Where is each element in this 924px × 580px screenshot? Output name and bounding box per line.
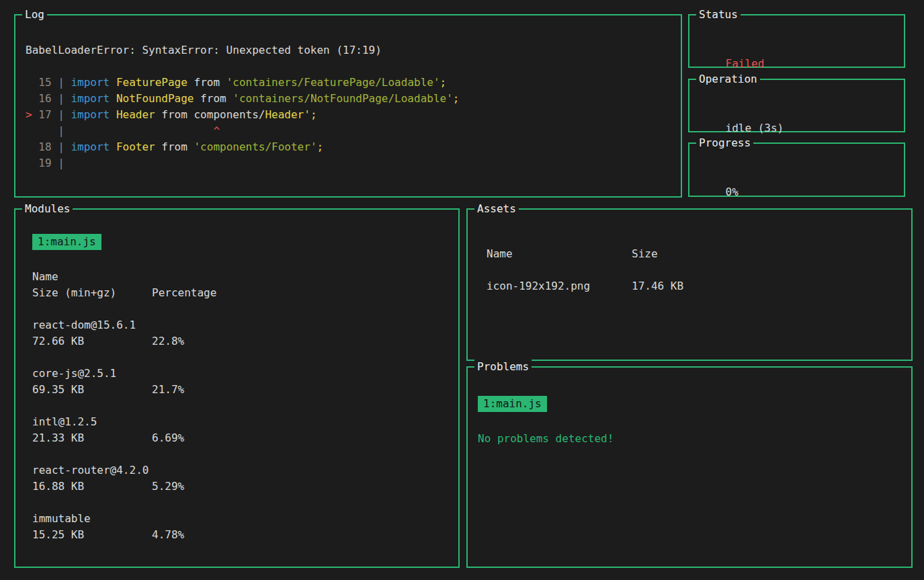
module-percentage: 4.78%	[152, 527, 442, 543]
code-token	[110, 108, 116, 121]
code-token: 'containers/FeaturePage/Loadable'	[226, 76, 440, 89]
code-token: from	[194, 92, 233, 105]
code-token: from	[155, 140, 194, 153]
line-number: 16	[32, 92, 52, 105]
modules-badge-line: 1:main.js	[32, 234, 442, 250]
code-line: 16 | import NotFoundPage from 'container…	[26, 91, 671, 107]
status-panel-title: Status	[696, 7, 741, 23]
status-value: Failed	[726, 57, 765, 70]
assets-header-name: Name	[487, 246, 632, 262]
modules-panel: Modules 1:main.js Name Size (min+gz) Per…	[14, 208, 460, 568]
module-row: immutable15.25 KB4.78%	[32, 511, 442, 543]
code-line: 19 |	[26, 155, 671, 171]
code-token: import	[71, 108, 110, 121]
code-token: FeaturePage	[116, 76, 187, 89]
problems-badge-line: 1:main.js	[478, 396, 901, 412]
code-token: ^	[213, 124, 220, 137]
modules-table-header: Name Size (min+gz) Percentage	[32, 269, 442, 301]
gutter-marker	[26, 157, 32, 169]
code-token	[110, 76, 116, 89]
problems-panel: Problems 1:main.js No problems detected!	[466, 366, 913, 568]
code-token: NotFoundPage	[116, 92, 194, 105]
progress-panel: Progress 0%	[688, 142, 905, 197]
gutter-pipe: |	[52, 92, 71, 105]
modules-table-body: react-dom@15.6.172.66 KB22.8%core-js@2.5…	[32, 317, 442, 543]
modules-header-size: Size (min+gz)	[32, 285, 152, 301]
code-token: ';	[304, 108, 317, 121]
modules-header-percentage: Percentage	[152, 285, 442, 301]
code-token: 'containers/NotFoundPage/Loadable'	[233, 92, 453, 105]
module-percentage: 21.7%	[152, 382, 442, 398]
module-size-line: 16.88 KB5.29%	[32, 479, 442, 495]
code-spacer	[71, 124, 213, 137]
code-token: 'components/Footer'	[194, 140, 317, 153]
code-token: import	[71, 140, 110, 153]
status-panel: Status Failed	[688, 14, 905, 68]
operation-panel: Operation idle (3s)	[688, 79, 905, 132]
assets-panel: Assets Name Size icon-192x192.png17.46 K…	[466, 208, 913, 361]
code-token: Header	[116, 108, 155, 121]
gutter-pipe: |	[52, 108, 71, 121]
assets-table-body: icon-192x192.png17.46 KB	[487, 278, 892, 294]
log-content: BabelLoaderError: SyntaxError: Unexpecte…	[15, 15, 681, 171]
code-line: 18 | import Footer from 'components/Foot…	[26, 139, 671, 155]
code-token: ;	[453, 92, 460, 105]
code-line: 15 | import FeaturePage from 'containers…	[26, 75, 671, 91]
log-panel: Log BabelLoaderError: SyntaxError: Unexp…	[14, 14, 682, 198]
module-percentage: 6.69%	[152, 430, 442, 446]
module-name: immutable	[32, 511, 442, 527]
error-message: BabelLoaderError: SyntaxError: Unexpecte…	[26, 42, 671, 58]
gutter-pipe: |	[52, 140, 71, 153]
operation-panel-title: Operation	[696, 71, 760, 87]
module-name: intl@1.2.5	[32, 414, 442, 430]
module-size: 21.33 KB	[32, 430, 152, 446]
module-size-line: 69.35 KB21.7%	[32, 382, 442, 398]
problems-panel-title: Problems	[474, 359, 532, 375]
module-row: react-dom@15.6.172.66 KB22.8%	[32, 317, 442, 349]
asset-name: icon-192x192.png	[487, 278, 632, 294]
module-name: react-dom@15.6.1	[32, 317, 442, 333]
line-number: 15	[32, 76, 52, 89]
module-size: 69.35 KB	[32, 382, 152, 398]
line-number: 19	[32, 157, 52, 169]
code-frame: 15 | import FeaturePage from 'containers…	[26, 75, 671, 171]
code-token	[110, 92, 116, 105]
code-token: from components/	[155, 108, 265, 121]
module-percentage: 22.8%	[152, 333, 442, 349]
log-panel-title: Log	[22, 7, 47, 23]
module-size-line: 72.66 KB22.8%	[32, 333, 442, 349]
asset-size: 17.46 KB	[632, 278, 892, 294]
module-name: core-js@2.5.1	[32, 366, 442, 382]
code-token: Footer	[116, 140, 155, 153]
code-token: Header	[265, 108, 304, 121]
code-token	[110, 140, 116, 153]
code-token: import	[71, 76, 110, 89]
assets-table-header: Name Size	[487, 246, 892, 262]
modules-panel-title: Modules	[22, 201, 73, 217]
line-number: 18	[32, 140, 52, 153]
module-row: react-router@4.2.016.88 KB5.29%	[32, 462, 442, 495]
progress-value: 0%	[726, 185, 739, 198]
gutter-marker	[26, 124, 32, 137]
code-line: | ^	[26, 123, 671, 139]
module-size-line: 21.33 KB6.69%	[32, 430, 442, 446]
gutter-pipe: |	[52, 124, 71, 137]
module-percentage: 5.29%	[152, 479, 442, 495]
code-line: > 17 | import Header from components/Hea…	[26, 107, 671, 123]
module-row: core-js@2.5.169.35 KB21.7%	[32, 366, 442, 398]
problems-message: No problems detected!	[478, 431, 901, 447]
line-number: 17	[32, 108, 52, 121]
gutter-marker: >	[26, 108, 32, 121]
problems-bundle-badge: 1:main.js	[478, 396, 547, 412]
asset-row: icon-192x192.png17.46 KB	[487, 278, 892, 294]
code-token: from	[187, 76, 226, 89]
assets-panel-title: Assets	[474, 201, 519, 217]
gutter-marker	[26, 76, 32, 89]
modules-bundle-badge: 1:main.js	[32, 234, 101, 250]
progress-panel-title: Progress	[696, 135, 753, 151]
line-number	[32, 124, 52, 137]
gutter-marker	[26, 92, 32, 105]
gutter-marker	[26, 140, 32, 153]
gutter-pipe: |	[52, 157, 71, 169]
modules-header-name: Name	[32, 269, 442, 285]
